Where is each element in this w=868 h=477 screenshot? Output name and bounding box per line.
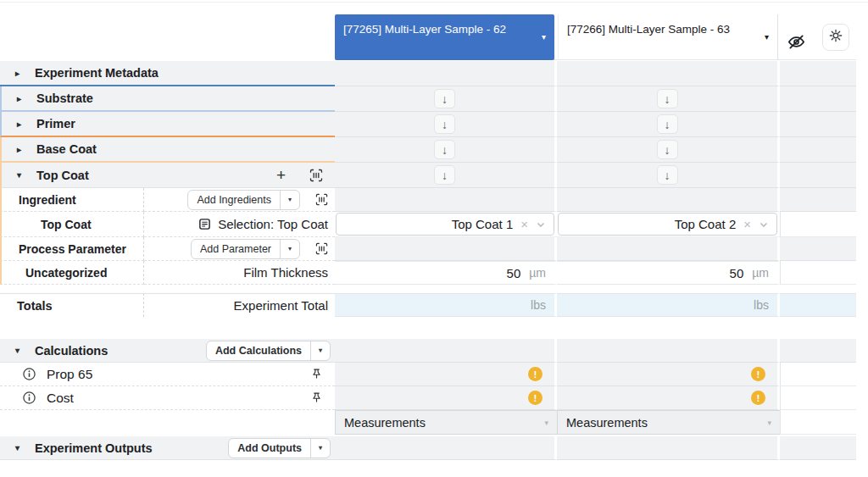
- info-icon[interactable]: [22, 391, 36, 405]
- experiment-tab[interactable]: [77266] Multi-Layer Sample - 63 ▾: [558, 14, 777, 60]
- base-coat-band-rest: [780, 137, 856, 163]
- calculation-label: Prop 65: [47, 367, 92, 382]
- substrate-cell-col2: ↓: [557, 86, 780, 112]
- warning-icon[interactable]: !: [751, 367, 765, 381]
- film-thickness-cell-col1[interactable]: 50 µm: [335, 261, 557, 285]
- experiment-tab-selected[interactable]: [77265] Multi-Layer Sample - 62 ▾: [335, 14, 554, 60]
- down-arrow-icon: ↓: [442, 143, 448, 157]
- fill-down-button[interactable]: ↓: [434, 89, 455, 108]
- unit-label: µm: [752, 266, 769, 280]
- down-arrow-icon: ↓: [665, 118, 670, 131]
- add-outputs-button[interactable]: Add Outputs ▾: [228, 438, 331, 458]
- cost-cell-rest: [780, 386, 856, 410]
- add-outputs-label[interactable]: Add Outputs: [229, 439, 311, 458]
- measurements-cell-rest: [780, 410, 856, 435]
- section-substrate[interactable]: ▸ Substrate: [0, 86, 335, 112]
- fill-down-button[interactable]: ↓: [434, 140, 455, 159]
- measurements-label: Measurements: [566, 416, 648, 430]
- row-prop-65: Prop 65 ! !: [0, 363, 856, 386]
- fill-down-button[interactable]: ↓: [657, 140, 678, 159]
- down-arrow-icon: ↓: [442, 92, 448, 106]
- chevron-down-icon[interactable]: ▾: [542, 31, 546, 44]
- info-icon[interactable]: [22, 367, 36, 381]
- warning-icon[interactable]: !: [751, 391, 765, 405]
- process-parameter-actions: Add Parameter ▾: [144, 237, 335, 261]
- fill-down-button[interactable]: ↓: [657, 165, 678, 185]
- fill-down-button[interactable]: ↓: [657, 89, 678, 108]
- top-coat-select[interactable]: Top Coat 2 ×: [558, 213, 777, 236]
- measurements-left-spacer: [0, 410, 335, 435]
- outputs-band-col1: [335, 436, 557, 460]
- selection-cell-rest: [780, 212, 856, 237]
- section-experiment-metadata[interactable]: ▸ Experiment Metadata: [0, 61, 335, 86]
- caret-right-icon[interactable]: ▸: [17, 119, 26, 129]
- hide-columns-icon[interactable]: [787, 32, 806, 55]
- measurements-select-col1[interactable]: Measurements ▾: [335, 410, 557, 435]
- section-primer[interactable]: ▸ Primer: [0, 112, 335, 137]
- caret-right-icon[interactable]: ▸: [17, 145, 26, 154]
- pin-icon[interactable]: [310, 391, 323, 404]
- fill-down-button[interactable]: ↓: [434, 165, 455, 185]
- experiment-columns-header: [77265] Multi-Layer Sample - 62 ▾ [77266…: [335, 14, 856, 60]
- section-experiment-outputs[interactable]: ▾ Experiment Outputs Add Outputs ▾: [0, 436, 335, 460]
- clear-selection-icon[interactable]: ×: [520, 218, 528, 230]
- section-calculations[interactable]: ▾ Calculations Add Calculations ▾: [0, 339, 335, 363]
- experiment-total-cell-col2[interactable]: lbs: [557, 293, 780, 317]
- settings-button[interactable]: [822, 24, 849, 51]
- caret-right-icon[interactable]: ▸: [17, 94, 26, 103]
- prop-65-cell-col1[interactable]: !: [335, 363, 557, 386]
- warning-icon[interactable]: !: [528, 367, 542, 381]
- down-arrow-icon: ↓: [665, 92, 670, 106]
- fill-down-button[interactable]: ↓: [434, 114, 455, 134]
- add-ingredients-button[interactable]: Add Ingredients ▾: [187, 190, 300, 210]
- top-coat-select[interactable]: Top Coat 1 ×: [336, 213, 554, 236]
- prop-65-cell-col2[interactable]: !: [557, 363, 780, 386]
- top-border: [0, 2, 868, 3]
- field-name: Experiment Total: [234, 298, 328, 313]
- add-calculations-button[interactable]: Add Calculations ▾: [206, 341, 331, 361]
- barcode-scan-icon[interactable]: [309, 169, 323, 182]
- film-thickness-cell-col2[interactable]: 50 µm: [557, 261, 780, 285]
- base-coat-cell-col2: ↓: [557, 137, 780, 163]
- measurements-select-col2[interactable]: Measurements ▾: [557, 410, 780, 435]
- experiment-total-cell-col1[interactable]: lbs: [335, 293, 557, 317]
- add-ingredients-label[interactable]: Add Ingredients: [188, 191, 281, 209]
- cost-cell-col2[interactable]: !: [557, 386, 780, 410]
- film-thickness-value[interactable]: 50: [507, 266, 521, 280]
- caret-down-icon[interactable]: ▾: [15, 443, 25, 452]
- caret-right-icon[interactable]: ▸: [15, 69, 25, 78]
- spacer: [0, 317, 856, 339]
- chevron-down-icon[interactable]: [536, 219, 546, 230]
- add-parameter-label[interactable]: Add Parameter: [192, 240, 281, 258]
- dropdown-caret-icon[interactable]: ▾: [311, 341, 330, 360]
- dropdown-caret-icon: ▾: [544, 419, 548, 427]
- add-icon[interactable]: +: [276, 167, 286, 183]
- chevron-down-icon[interactable]: ▾: [765, 31, 769, 44]
- film-thickness-value[interactable]: 50: [730, 266, 744, 280]
- dropdown-caret-icon[interactable]: ▾: [281, 240, 299, 258]
- pin-icon[interactable]: [310, 368, 323, 380]
- primer-cell-col2: ↓: [557, 112, 780, 137]
- barcode-scan-icon[interactable]: [315, 242, 328, 255]
- barcode-scan-icon[interactable]: [315, 193, 328, 206]
- section-base-coat[interactable]: ▸ Base Coat: [0, 137, 335, 163]
- add-calculations-label[interactable]: Add Calculations: [207, 341, 311, 360]
- caret-down-icon[interactable]: ▾: [15, 346, 25, 355]
- row-label-ingredient: Ingredient: [0, 188, 144, 212]
- form-icon: [198, 218, 211, 230]
- warning-icon[interactable]: !: [528, 391, 542, 405]
- metadata-band-rest: [780, 61, 856, 86]
- dropdown-caret-icon[interactable]: ▾: [281, 191, 299, 209]
- add-parameter-button[interactable]: Add Parameter ▾: [191, 239, 300, 259]
- clear-selection-icon[interactable]: ×: [743, 218, 751, 230]
- chevron-down-icon[interactable]: [759, 219, 769, 230]
- totals-field: Experiment Total: [144, 293, 335, 317]
- caret-down-icon[interactable]: ▾: [17, 170, 26, 180]
- section-top-coat[interactable]: ▾ Top Coat +: [0, 163, 335, 188]
- cost-cell-col1[interactable]: !: [335, 386, 557, 410]
- top-coat-cell-col2: ↓: [557, 163, 780, 188]
- row-label-text: Process Parameter: [19, 242, 126, 256]
- dropdown-caret-icon[interactable]: ▾: [311, 439, 330, 458]
- process-band-rest: [780, 237, 856, 261]
- fill-down-button[interactable]: ↓: [657, 114, 678, 134]
